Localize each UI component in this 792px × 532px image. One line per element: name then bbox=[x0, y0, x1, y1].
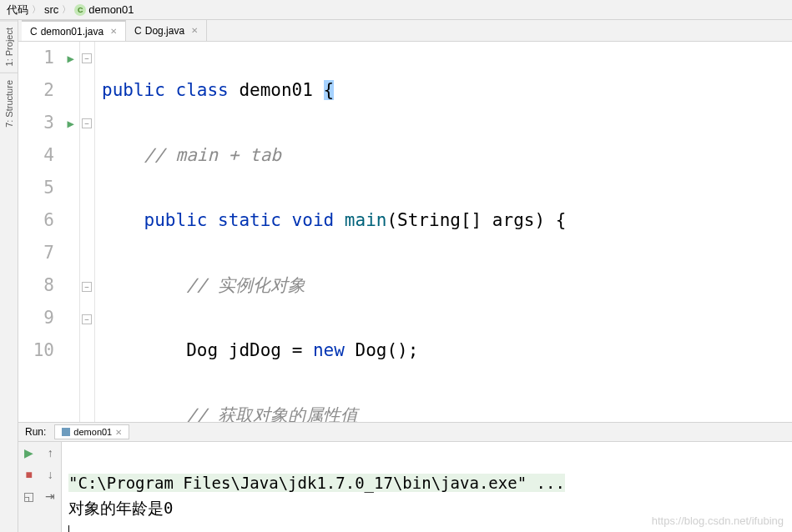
fold-toggle-icon[interactable]: − bbox=[82, 53, 92, 63]
line-number: 9 bbox=[18, 302, 79, 334]
run-config-tab[interactable]: demon01 ✕ bbox=[54, 424, 129, 439]
run-toolbar: ▶ ↑ ■ ↓ ◱ ⇥ bbox=[18, 442, 62, 532]
line-number: 4 bbox=[18, 139, 79, 172]
line-number: 7 bbox=[18, 237, 79, 269]
stop-icon[interactable]: ■ bbox=[18, 464, 40, 485]
console-output[interactable]: "C:\Program Files\Java\jdk1.7.0_17\bin\j… bbox=[62, 442, 792, 532]
fold-toggle-icon[interactable]: − bbox=[82, 282, 92, 292]
line-number: 2 bbox=[18, 74, 79, 107]
line-number: 1▶ bbox=[18, 42, 79, 74]
line-number: 8 bbox=[18, 269, 79, 302]
line-number: 3▶ bbox=[18, 107, 79, 139]
code-content[interactable]: public class demon01 { // main + tab pub… bbox=[95, 42, 792, 422]
breadcrumb-root[interactable]: 代码 bbox=[7, 3, 28, 18]
tab-dog[interactable]: C Dog.java ✕ bbox=[126, 20, 207, 41]
console-line: 对象的年龄是0 bbox=[68, 499, 173, 517]
chevron-right-icon: 〉 bbox=[62, 3, 71, 16]
line-number: 10 bbox=[18, 334, 79, 367]
tool-window-bar: 1: Project 7: Structure bbox=[0, 20, 18, 532]
console-caret bbox=[68, 525, 69, 533]
close-icon[interactable]: ✕ bbox=[110, 27, 117, 36]
run-panel: ▶ ↑ ■ ↓ ◱ ⇥ "C:\Program Files\Java\jdk1.… bbox=[18, 442, 792, 532]
project-tool-tab[interactable]: 1: Project bbox=[0, 20, 18, 73]
run-label: Run: bbox=[25, 426, 46, 438]
soft-wrap-icon[interactable]: ⇥ bbox=[40, 485, 62, 507]
run-panel-header: Run: demon01 ✕ bbox=[18, 422, 792, 442]
application-icon bbox=[62, 428, 70, 436]
breadcrumb-file[interactable]: demon01 bbox=[88, 3, 134, 16]
breadcrumb: 代码 〉 src 〉 C demon01 bbox=[0, 0, 792, 20]
run-tab-label: demon01 bbox=[73, 427, 112, 437]
editor-tabs: C demon01.java ✕ C Dog.java ✕ bbox=[18, 20, 792, 42]
fold-column: − − − − bbox=[80, 42, 95, 422]
tab-demon01[interactable]: C demon01.java ✕ bbox=[22, 20, 126, 41]
chevron-right-icon: 〉 bbox=[32, 3, 41, 16]
fold-toggle-icon[interactable]: − bbox=[82, 314, 92, 324]
class-icon: C bbox=[74, 4, 86, 16]
breadcrumb-src[interactable]: src bbox=[44, 3, 58, 16]
up-icon[interactable]: ↑ bbox=[40, 442, 62, 464]
run-gutter-icon[interactable]: ▶ bbox=[68, 42, 74, 74]
run-gutter-icon[interactable]: ▶ bbox=[68, 107, 74, 139]
close-icon[interactable]: ✕ bbox=[191, 26, 198, 35]
down-icon[interactable]: ↓ bbox=[40, 464, 62, 485]
rerun-icon[interactable]: ▶ bbox=[18, 442, 40, 464]
class-icon: C bbox=[30, 26, 38, 38]
gutter: 1▶ 2 3▶ 4 5 6 7 8 9 10 bbox=[18, 42, 80, 422]
console-cmd: "C:\Program Files\Java\jdk1.7.0_17\bin\j… bbox=[68, 474, 565, 492]
line-number: 6 bbox=[18, 204, 79, 237]
class-icon: C bbox=[134, 25, 142, 37]
structure-tool-tab[interactable]: 7: Structure bbox=[0, 73, 18, 134]
code-editor[interactable]: 1▶ 2 3▶ 4 5 6 7 8 9 10 − − − − public cl… bbox=[18, 42, 792, 422]
line-number: 5 bbox=[18, 172, 79, 204]
fold-toggle-icon[interactable]: − bbox=[82, 118, 92, 128]
close-icon[interactable]: ✕ bbox=[115, 428, 122, 437]
tab-label: demon01.java bbox=[41, 26, 103, 38]
layout-icon[interactable]: ◱ bbox=[18, 485, 40, 507]
tab-label: Dog.java bbox=[145, 25, 184, 37]
